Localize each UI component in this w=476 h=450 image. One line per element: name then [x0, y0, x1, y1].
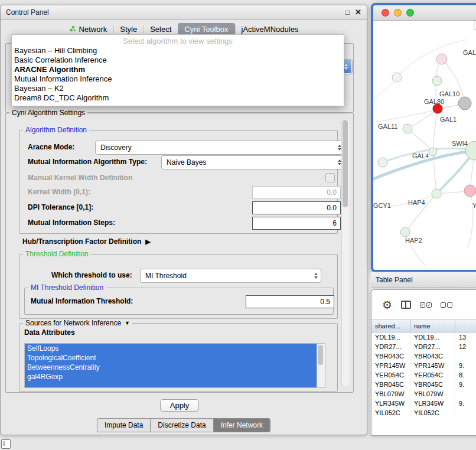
network-node[interactable] [403, 124, 412, 133]
scrollbar-thumb[interactable] [343, 120, 348, 207]
bottom-tab-infer-network[interactable]: Infer Network [214, 419, 270, 432]
table-cell: YBR043C [371, 351, 410, 361]
column-header-name[interactable]: name [410, 320, 455, 332]
table-row[interactable]: YIL052CYIL052C [371, 408, 476, 418]
network-view-window: GALGAL10GAL80GAL1GAL11SWI4GAL4GCY1HAP4YH… [371, 3, 476, 272]
attribute-item-selfloops[interactable]: SelfLoops [25, 344, 317, 353]
window-buttons: □ ✕ [345, 9, 361, 16]
apply-button[interactable]: Apply [160, 399, 199, 412]
table-row[interactable]: YPR145WYPR145W9. [371, 361, 476, 370]
mi-steps-input[interactable]: 6 [252, 217, 341, 230]
dropdown-placeholder: Select algorithm to view settings [12, 36, 344, 46]
network-window-titlebar[interactable] [373, 5, 476, 21]
table-panel-title: Table Panel [376, 276, 413, 284]
table-row[interactable]: YLR345WYLR345W9. [371, 399, 476, 408]
bottom-tab-impute-data[interactable]: Impute Data [97, 419, 151, 432]
tab-label: jActiveMNodules [242, 25, 299, 34]
network-node[interactable] [400, 227, 410, 237]
table-cell: YBL079W [371, 389, 410, 399]
deselect-all-checkboxes-icon[interactable] [441, 302, 452, 308]
attributes-scrollbar[interactable] [317, 344, 325, 387]
table-cell: YIL052C [371, 408, 410, 418]
table-row[interactable]: YBR045CYBR045C9. [371, 380, 476, 389]
algorithm-option-aracne-algorithm[interactable]: ARACNE Algorithm [12, 65, 344, 74]
float-window-button[interactable]: □ [345, 9, 350, 16]
column-header-2[interactable] [455, 320, 476, 332]
mi-threshold-group: MI Threshold Definition Mutual Informati… [24, 288, 334, 315]
tab-label: Network [79, 25, 107, 34]
gear-icon[interactable]: ⚙ [382, 299, 392, 311]
bottom-tab-discretize-data[interactable]: Discretize Data [151, 419, 213, 432]
tab-jactivemnodules[interactable]: jActiveMNodules [235, 23, 305, 35]
attribute-item-partial[interactable] [25, 381, 317, 387]
hub-definition-label: Hub/Transcription Factor Definition [22, 237, 141, 246]
table-cell: 9. [455, 361, 476, 370]
network-node[interactable] [458, 97, 471, 110]
algorithm-option-mutual-information-inference[interactable]: Mutual Information Inference [12, 74, 344, 84]
network-node[interactable] [464, 185, 476, 197]
network-canvas[interactable]: GALGAL10GAL80GAL1GAL11SWI4GAL4GCY1HAP4YH… [373, 21, 476, 270]
network-node[interactable] [432, 76, 442, 86]
aracne-mode-value: Discovery [100, 144, 132, 152]
attribute-item-topologicalcoefficient[interactable]: TopologicalCoefficient [25, 353, 317, 363]
network-node[interactable] [433, 104, 442, 113]
attribute-item-betweennesscentrality[interactable]: BetweennessCentrality [25, 363, 317, 372]
mi-threshold-input[interactable]: 0.5 [246, 295, 334, 308]
group-title: Cyni Algorithm Settings [9, 109, 87, 117]
aracne-mode-select[interactable]: Discovery [95, 141, 345, 155]
dpi-tolerance-label: DPI Tolerance [0,1]: [28, 201, 93, 213]
mi-type-label: Mutual Information Algorithm Type: [28, 155, 147, 168]
table-row[interactable]: YBR043CYBR043C [371, 351, 476, 361]
which-threshold-select[interactable]: MI Threshold [140, 269, 321, 283]
network-node[interactable] [378, 158, 387, 167]
traffic-light-close[interactable] [382, 9, 389, 17]
collapse-right-icon: ▶ [145, 238, 150, 246]
column-header-shared[interactable]: shared... [371, 320, 410, 332]
control-panel-titlebar[interactable]: Control Panel □ ✕ [1, 5, 367, 20]
network-node[interactable] [432, 189, 441, 198]
algorithm-option-bayesian-hill-climbing[interactable]: Bayesian – Hill Climbing [12, 46, 344, 56]
tab-cyni-toolbox[interactable]: Cyni Toolbox [178, 23, 234, 35]
group-title: Algorithm Definition [23, 126, 89, 134]
table-toolbar: ⚙ ✓✓ [371, 290, 476, 319]
network-node[interactable] [436, 54, 447, 64]
table-row[interactable]: YDL19...YDL19...13 [371, 332, 476, 342]
algorithm-option-basic-correlation-inference[interactable]: Basic Correlation Inference [12, 56, 344, 65]
settings-scrollbar[interactable] [341, 118, 350, 387]
table-cell: 13 [455, 332, 476, 342]
close-window-button[interactable]: ✕ [355, 9, 361, 16]
columns-icon[interactable] [401, 301, 411, 309]
algorithm-definition-group: Algorithm Definition Aracne Mode: Discov… [19, 130, 338, 234]
scroll-up-button[interactable]: ▲ [474, 21, 476, 30]
table-panel-titlebar[interactable]: Table Panel [371, 272, 476, 288]
network-node[interactable] [429, 148, 437, 156]
collapsed-panel-icon[interactable] [1, 439, 11, 449]
table-row[interactable]: YBL079WYBL079W [371, 389, 476, 399]
algorithm-option-dream8-dc-tdc-algorithm[interactable]: Dream8 DC_TDC Algorithm [12, 93, 344, 103]
mi-steps-label: Mutual Information Steps: [28, 217, 115, 229]
kernel-width-input[interactable]: 0.0 [252, 186, 341, 199]
network-node[interactable] [392, 73, 402, 82]
manual-kernel-checkbox[interactable] [325, 173, 335, 182]
tab-style[interactable]: Style [113, 23, 144, 35]
network-edge [407, 109, 438, 129]
tab-network[interactable]: Network [63, 23, 114, 35]
table-row[interactable]: YER054CYER054C8. [371, 370, 476, 380]
data-attributes-list: SelfLoopsTopologicalCoefficientBetweenne… [24, 343, 325, 388]
tab-select[interactable]: Select [144, 23, 178, 35]
dpi-tolerance-input[interactable]: 0.0 [252, 201, 341, 214]
network-node-label: GAL4 [412, 152, 429, 159]
algorithm-option-bayesian-k2[interactable]: Bayesian – K2 [12, 84, 344, 93]
traffic-light-minimize[interactable] [394, 9, 402, 17]
stepper-icon [314, 273, 318, 279]
algorithm-dropdown-popup: Select algorithm to view settings Bayesi… [11, 34, 344, 106]
select-all-checkboxes-icon[interactable]: ✓✓ [420, 302, 432, 308]
hub-definition-section[interactable]: Hub/Transcription Factor Definition ▶ [22, 237, 151, 246]
mi-type-select[interactable]: Naive Bayes [161, 155, 345, 169]
traffic-light-zoom[interactable] [406, 9, 414, 17]
group-title[interactable]: Sources for Network Inference ▼ [23, 319, 132, 327]
scrollbar-thumb[interactable] [318, 345, 323, 365]
table-row[interactable]: YDR27...YDR27...12 [371, 342, 476, 351]
attribute-item-gal4rgexp[interactable]: gal4RGexp [25, 372, 317, 381]
mi-type-value: Naive Bayes [167, 158, 206, 167]
